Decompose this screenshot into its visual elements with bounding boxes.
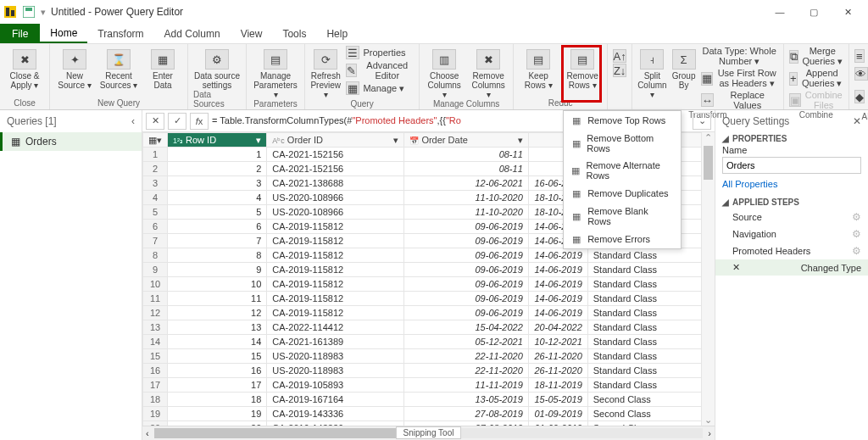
save-icon[interactable]	[22, 5, 36, 19]
col-header-rownum[interactable]: ▦▾	[143, 133, 168, 148]
table-row[interactable]: 1515US-2020-11898322-11-202026-11-2020St…	[143, 349, 715, 364]
table-row[interactable]: 1313CA-2022-11441215-04-202220-04-2022St…	[143, 320, 715, 335]
applied-step[interactable]: Promoted Headers⚙	[715, 242, 868, 259]
manage-button[interactable]: ▦Manage ▾	[346, 81, 414, 95]
query-item-orders[interactable]: ▦ Orders	[0, 132, 142, 151]
tab-help[interactable]: Help	[316, 24, 358, 43]
shipdate-cell: 14-06-2019	[528, 263, 587, 277]
row-number-cell: 2	[143, 162, 168, 176]
minimize-button[interactable]: ―	[763, 0, 797, 24]
combine-files-button[interactable]: ▣Combine Files	[789, 90, 843, 110]
sort-desc-button[interactable]: Z↓	[613, 64, 626, 77]
properties-button[interactable]: ☰Properties	[346, 46, 414, 59]
remove-rows-dropdown: ▦Remove Top Rows ▦Remove Bottom Rows ▦Re…	[563, 110, 682, 249]
menu-remove-duplicates[interactable]: ▦Remove Duplicates	[564, 184, 681, 203]
row-number-cell: 4	[143, 191, 168, 205]
properties-section-icon[interactable]: ◢	[722, 134, 729, 143]
table-row[interactable]: 1717CA-2019-10589311-11-201918-11-2019St…	[143, 378, 715, 393]
sort-asc-button[interactable]: A↑	[613, 49, 626, 63]
fx-icon[interactable]: fx	[190, 113, 209, 130]
manage-parameters-button[interactable]: ▤Manage Parameters ▾	[252, 46, 299, 99]
table-row[interactable]: 1818CA-2019-16716413-05-201915-05-2019Se…	[143, 393, 715, 407]
recent-sources-button[interactable]: ⌛Recent Sources ▾	[99, 46, 138, 90]
orderid-cell: CA-2019-115812	[267, 306, 404, 320]
remove-columns-button[interactable]: ✖Remove Columns ▾	[469, 46, 508, 99]
tab-add-column[interactable]: Add Column	[154, 24, 231, 43]
menu-remove-errors[interactable]: ▦Remove Errors	[564, 230, 681, 248]
window-title: Untitled - Power Query Editor	[51, 6, 183, 18]
menu-remove-alternate-rows[interactable]: ▦Remove Alternate Rows	[564, 157, 681, 184]
orderid-cell: CA-2019-115812	[267, 292, 404, 306]
vscroll-thumb[interactable]	[704, 146, 713, 180]
menu-remove-bottom-rows[interactable]: ▦Remove Bottom Rows	[564, 130, 681, 157]
replace-values-button[interactable]: ↔Replace Values	[701, 90, 778, 110]
table-row[interactable]: 1616US-2020-11898322-11-202026-11-2020St…	[143, 364, 715, 378]
query-name-input[interactable]	[722, 157, 861, 174]
refresh-preview-button[interactable]: ⟳Refresh Preview ▾	[310, 46, 341, 99]
keep-rows-button[interactable]: ▤Keep Rows ▾	[519, 46, 558, 90]
hscroll-thumb[interactable]	[154, 428, 401, 438]
group-label-datasources: Data Sources	[193, 90, 241, 110]
col-header-rowid[interactable]: 1²₃Row ID ▾	[168, 133, 267, 148]
close-window-button[interactable]: ✕	[831, 0, 865, 24]
table-row[interactable]: 99CA-2019-11581209-06-201914-06-2019Stan…	[143, 263, 715, 277]
orderdate-cell: 22-11-2020	[404, 349, 528, 364]
applied-step[interactable]: Source⚙	[715, 209, 868, 226]
table-row[interactable]: 1919CA-2019-14333627-08-201901-09-2019Se…	[143, 407, 715, 421]
col-header-orderid[interactable]: AᵇcOrder ID ▾	[267, 133, 404, 148]
orderid-cell: CA-2022-114412	[267, 320, 404, 335]
table-row[interactable]: 2020CA-2019-14333627-08-201901-09-2019Se…	[143, 421, 715, 426]
close-apply-button[interactable]: ✖Close & Apply ▾	[5, 46, 44, 90]
split-column-button[interactable]: ⫞Split Column ▾	[637, 46, 666, 99]
scroll-left-icon[interactable]: ‹	[146, 428, 149, 438]
menu-remove-top-rows[interactable]: ▦Remove Top Rows	[564, 111, 681, 130]
tab-home[interactable]: Home	[40, 24, 87, 43]
cancel-formula-icon[interactable]: ✕	[146, 113, 164, 130]
table-icon: ▦	[11, 136, 20, 148]
tab-file[interactable]: File	[0, 24, 40, 43]
data-type-button[interactable]: Data Type: Whole Number ▾	[701, 46, 778, 67]
group-by-button[interactable]: ΣGroup By	[672, 46, 696, 90]
table-row[interactable]: 1111CA-2019-11581209-06-201914-06-2019St…	[143, 292, 715, 306]
close-settings-icon[interactable]: ✕	[853, 115, 861, 127]
merge-queries-button[interactable]: ⧉Merge Queries ▾	[789, 46, 843, 67]
step-gear-icon[interactable]: ⚙	[852, 211, 861, 223]
tab-transform[interactable]: Transform	[87, 24, 153, 43]
vision-button[interactable]: 👁Vision	[854, 67, 868, 81]
applied-step[interactable]: Navigation⚙	[715, 226, 868, 242]
table-row[interactable]: 88CA-2019-11581209-06-201914-06-2019Stan…	[143, 248, 715, 263]
applied-step[interactable]: ✕ Changed Type	[715, 259, 868, 276]
formula-dropdown-icon[interactable]: ⌄	[693, 113, 711, 130]
remove-top-icon: ▦	[570, 114, 582, 126]
choose-columns-button[interactable]: ▥Choose Columns ▾	[425, 46, 464, 99]
enter-data-button[interactable]: ▦Enter Data	[143, 46, 182, 90]
tab-tools[interactable]: Tools	[272, 24, 316, 43]
data-source-settings-button[interactable]: ⚙Data source settings	[193, 46, 241, 90]
tab-view[interactable]: View	[231, 24, 273, 43]
step-gear-icon[interactable]: ⚙	[852, 245, 861, 257]
new-source-button[interactable]: ✦New Source ▾	[55, 46, 94, 90]
first-row-headers-button[interactable]: ▦Use First Row as Headers ▾	[701, 68, 778, 89]
advanced-editor-button[interactable]: ✎Advanced Editor	[346, 60, 414, 81]
remove-errors-icon: ▦	[570, 233, 582, 245]
menu-remove-blank-rows[interactable]: ▦Remove Blank Rows	[564, 203, 681, 230]
all-properties-link[interactable]: All Properties	[715, 175, 868, 192]
accept-formula-icon[interactable]: ✓	[168, 113, 186, 130]
step-gear-icon[interactable]: ⚙	[852, 228, 861, 240]
append-queries-button[interactable]: +Append Queries ▾	[789, 68, 843, 89]
steps-section-icon[interactable]: ◢	[722, 198, 729, 207]
col-header-orderdate[interactable]: 📅Order Date ▾	[404, 133, 528, 148]
orderid-cell: CA-2019-115812	[267, 248, 404, 263]
collapse-queries-icon[interactable]: ‹	[131, 115, 135, 127]
table-row[interactable]: 1212CA-2019-11581209-06-201914-06-2019St…	[143, 306, 715, 320]
vertical-scrollbar[interactable]: ⌃ ⌄	[701, 132, 715, 426]
table-row[interactable]: 1414CA-2021-16138905-12-202110-12-2021St…	[143, 335, 715, 349]
azure-ml-button[interactable]: ◆Azure Machine Learning	[854, 81, 868, 112]
rowid-cell: 15	[168, 349, 267, 364]
row-number-cell: 10	[143, 277, 168, 292]
text-analytics-button[interactable]: ≡Text Analytics	[854, 46, 868, 66]
maximize-button[interactable]: ▢	[797, 0, 831, 24]
table-row[interactable]: 1010CA-2019-11581209-06-201914-06-2019St…	[143, 277, 715, 292]
scroll-right-icon[interactable]: ›	[708, 428, 711, 438]
qat-dropdown-icon[interactable]: ▾	[41, 7, 46, 18]
